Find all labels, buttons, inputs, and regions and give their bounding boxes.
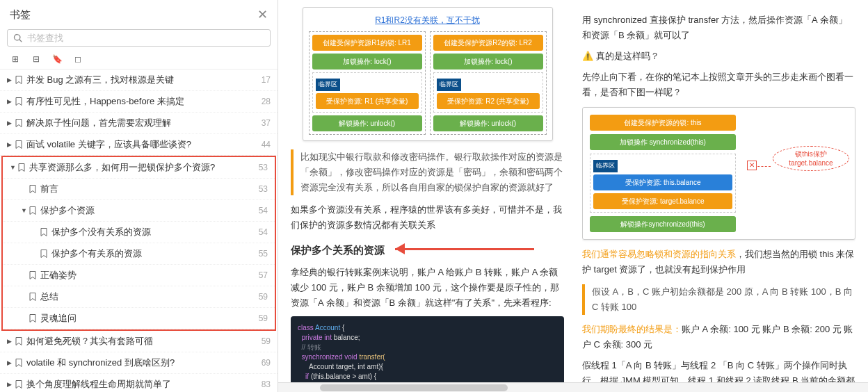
bookmark-item[interactable]: ▶有序性可见性，Happens-before 来搞定28 [0,91,278,113]
bookmark-item[interactable]: ▶面试 volatile 关键字，应该具备哪些谈资?44 [0,134,278,156]
page-number: 83 [262,379,271,389]
page-number: 37 [262,118,271,128]
bookmark-icon [15,76,22,84]
bookmark-item[interactable]: ▶换个角度理解线程生命周期就简单了83 [0,374,278,392]
bookmark-label: 并发 Bug 之源有三，找对根源是关键 [26,74,256,86]
expand-tri-icon[interactable]: ▼ [10,164,17,171]
bookmark-icon [29,293,36,301]
bookmark-item[interactable]: ▶并发 Bug 之源有三，找对根源是关键17 [0,70,278,91]
paragraph: 我们期盼最终的结果是：账户 A 余额: 100 元 账户 B 余额: 200 元… [582,322,855,352]
bookmark-icon [15,380,22,389]
bookmark-label: 如何避免死锁？其实有套路可循 [26,335,256,348]
bookmark-toolbar: ⊞ ⊟ 🔖 ◻ [0,49,278,70]
bookmark-label: 有序性可见性，Happens-before 来搞定 [26,95,256,108]
diagram-independent-locks: R1和R2没有关联，互不干扰 创建受保护资源R1的锁: LR1 加锁操作: lo… [303,7,553,141]
document-content: R1和R2没有关联，互不干扰 创建受保护资源R1的锁: LR1 加锁操作: lo… [278,0,868,392]
bookmark-icon [29,206,36,215]
bookmark-item[interactable]: ▼保护多个资源54 [3,200,275,222]
bookmarks-panel: 书签 ✕ ⊞ ⊟ 🔖 ◻ ▶并发 Bug 之源有三，找对根源是关键17▶有序性可… [0,0,278,392]
bookmark-icon [15,337,22,345]
error-callout: ✕ 锁this保护target.balance [773,146,849,171]
close-icon[interactable]: ✕ [257,7,268,22]
paragraph: 先停止向下看，在你的笔记本上按照文章开头的三步走来画个图看一看，是否和下图一样呢… [582,70,855,100]
bookmark-label: 解决原子性问题，首先需要宏观理解 [26,117,256,129]
bookmark-icon [29,185,36,193]
page-number: 54 [259,227,268,237]
warning-line: ⚠️ 真的是这样吗？ [582,49,855,64]
page-number: 53 [259,184,268,194]
bookmark-item[interactable]: 灵魂追问59 [3,308,275,329]
page-number: 55 [259,249,268,259]
page-number: 53 [259,163,268,172]
bookmark-item[interactable]: ▶如何避免死锁？其实有套路可循59 [0,331,278,352]
bookmark-icon [15,359,22,367]
page-number: 57 [259,270,268,280]
expand-all-icon[interactable]: ⊞ [10,54,21,65]
paragraph: 假线程 1「A 向 B 转账」与线程 2 「B 向 C 转账」两个操作同时执行，… [582,358,855,385]
right-column: 用 synchronized 直接保护 transfer 方法，然后操作资源「A… [582,7,855,385]
bookmark-label: 保护多个资源 [40,204,253,217]
search-input[interactable] [27,33,264,43]
bookmark-icon [15,97,22,106]
search-input-wrapper[interactable] [7,29,271,47]
page-number: 59 [262,336,271,346]
bookmark-item[interactable]: 总结59 [3,286,275,308]
expand-tri-icon[interactable]: ▶ [7,359,14,366]
diagram-single-lock: 创建受保护资源的锁: this 加锁操作 synchronized(this) … [582,107,855,239]
callout-block: 比如现实中银行取款和修改密码操作。银行取款操作对应的资源是「余额」，修改密码操作… [291,149,564,195]
bookmark-item[interactable]: 前言53 [3,179,275,200]
bookmark-label: 换个角度理解线程生命周期就简单了 [26,378,256,391]
expand-tri-icon[interactable]: ▼ [21,207,28,214]
bookmark-item[interactable]: 保护多个有关系的资源55 [3,243,275,265]
bookmark-icon [29,271,36,279]
bookmark-icon [15,140,22,149]
paragraph: 我们通常容易忽略锁和资源的指向关系，我们想当然的用锁 this 来保护 targ… [582,247,855,277]
expand-tri-icon[interactable]: ▶ [7,120,14,126]
bookmark-item[interactable]: ▶解决原子性问题，首先需要宏观理解37 [0,113,278,134]
bookmark-add-icon[interactable]: 🔖 [51,54,63,65]
paragraph: 用 synchronized 直接保护 transfer 方法，然后操作资源「A… [582,13,855,43]
code-block: class Account { private int balance; // … [291,316,564,385]
page-number: 28 [262,97,271,106]
x-icon: ✕ [747,161,757,170]
expand-tri-icon[interactable]: ▶ [7,381,14,388]
bookmark-icon[interactable]: ◻ [72,54,83,65]
bookmark-list: ▶并发 Bug 之源有三，找对根源是关键17▶有序性可见性，Happens-be… [0,70,278,392]
page-number: 69 [262,358,271,368]
scrollbar-thumb[interactable] [320,384,508,391]
horizontal-scrollbar[interactable] [278,382,868,392]
bookmark-label: 共享资源那么多，如何用一把锁保护多个资源? [29,161,253,174]
paragraph: 拿经典的银行转账案例来说明，账户 A 给账户 B 转账，账户 A 余额减少 10… [291,265,564,311]
bookmark-label: volatile 和 synchronized 到底啥区别? [26,357,256,369]
page-number: 59 [259,313,268,323]
collapse-all-icon[interactable]: ⊟ [31,54,42,65]
search-icon [13,33,23,43]
callout-block: 假设 A，B，C 账户初始余额都是 200 原，A 向 B 转账 100，B 向… [582,284,855,315]
diagram-title: R1和R2没有关联，互不干扰 [309,13,547,27]
red-arrow-annotation [395,245,541,252]
panel-title: 书签 [10,8,31,22]
page-number: 54 [259,206,268,215]
paragraph: 如果多个资源没有关系，程序猿的世界该有多美好，可惜并不是，我们保护的资源多数情况… [291,202,564,233]
bookmark-label: 保护多个有关系的资源 [51,247,253,260]
bookmark-icon [15,119,22,127]
highlighted-section: ▼共享资源那么多，如何用一把锁保护多个资源?53前言53▼保护多个资源54保护多… [1,156,276,331]
expand-tri-icon[interactable]: ▶ [7,141,14,148]
section-heading: 保护多个关系的资源 [291,241,564,259]
bookmark-item[interactable]: ▶volatile 和 synchronized 到底啥区别?69 [0,352,278,374]
bookmark-icon [40,228,47,236]
expand-tri-icon[interactable]: ▶ [7,338,14,345]
bookmark-item[interactable]: ▼共享资源那么多，如何用一把锁保护多个资源?53 [3,157,275,179]
left-column: R1和R2没有关联，互不干扰 创建受保护资源R1的锁: LR1 加锁操作: lo… [291,7,564,385]
bookmark-item[interactable]: 保护多个没有关系的资源54 [3,222,275,243]
bookmark-label: 前言 [40,183,253,195]
bookmark-label: 面试 volatile 关键字，应该具备哪些谈资? [26,138,256,151]
page-number: 17 [262,75,271,85]
page-number: 59 [259,292,268,302]
expand-tri-icon[interactable]: ▶ [7,98,14,105]
bookmark-icon [18,163,25,172]
bookmark-label: 保护多个没有关系的资源 [51,226,253,238]
expand-tri-icon[interactable]: ▶ [7,76,14,83]
bookmark-label: 灵魂追问 [40,312,253,325]
bookmark-item[interactable]: 正确姿势57 [3,265,275,286]
